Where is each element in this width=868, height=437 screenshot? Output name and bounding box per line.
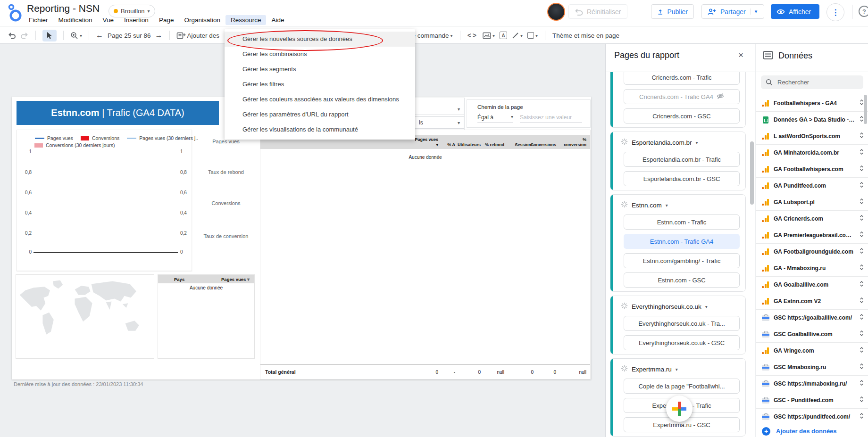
unfold-more-icon[interactable] (859, 247, 864, 256)
page-list-item[interactable]: Cricnerds.com - GSC (624, 108, 740, 124)
data-source-row[interactable]: GA Footballwhispers.com (756, 161, 868, 177)
resource-menu-item[interactable]: Gérer les paramètres d'URL du rapport (225, 107, 415, 122)
page-list-item[interactable]: Copie de la page "Footballwhi... (624, 379, 740, 394)
resource-menu-item[interactable]: Gérer les filtres (225, 77, 415, 92)
menubar-item-vue[interactable]: Vue (98, 15, 119, 25)
geo-map-chart[interactable] (16, 274, 154, 359)
unfold-more-icon[interactable] (859, 181, 864, 190)
unfold-more-icon[interactable] (859, 214, 864, 223)
previous-page-button[interactable]: ← (96, 31, 103, 40)
unfold-more-icon[interactable] (859, 412, 864, 421)
data-source-row[interactable]: GSC https://goalballlive.com/ (756, 309, 868, 326)
unfold-more-icon[interactable] (859, 165, 864, 174)
share-button[interactable]: Partager ▾ (701, 4, 764, 19)
data-source-row[interactable]: GSC Goalballlive.com (756, 326, 868, 342)
overflow-menu-button[interactable]: ⋮ (826, 3, 844, 21)
share-dropdown-caret[interactable]: ▾ (751, 8, 758, 15)
data-source-row[interactable]: GSC - Punditfeed.com (756, 392, 868, 408)
page-list-item[interactable]: Estnn.com - GSC (624, 272, 740, 288)
timeseries-chart[interactable]: Pages vuesConversionsPages vues (30 dern… (17, 130, 192, 271)
data-source-row[interactable]: GA Minhatorcida.com.br (756, 144, 868, 161)
resource-menu-item[interactable]: Gérer les visualisations de la communaut… (225, 122, 415, 137)
data-source-row[interactable]: L astWordOnSports.com (756, 128, 868, 144)
unfold-more-icon[interactable] (859, 346, 864, 355)
data-source-row[interactable]: GSC https://mmaboxing.ru/ (756, 375, 868, 392)
data-source-row[interactable]: GA Lubsport.pl (756, 194, 868, 210)
data-source-row[interactable]: GA Punditfeed.com (756, 177, 868, 194)
menubar-item-insertion[interactable]: Insertion (119, 15, 154, 25)
next-page-button[interactable]: → (155, 31, 163, 40)
menubar-item-ressource[interactable]: Ressource (225, 15, 267, 25)
add-data-button[interactable]: + Ajouter des données (756, 425, 868, 437)
data-source-row[interactable]: GA Cricnerds.com (756, 210, 868, 227)
table-column-header[interactable]: % conversion (560, 135, 590, 149)
unfold-more-icon[interactable] (859, 198, 864, 207)
help-icon[interactable]: ? (859, 6, 868, 17)
page-list-item[interactable]: Estnn.com/gambling/ - Trafic (624, 253, 740, 268)
data-table[interactable]: Pages vues ▾% ΔUtilisateurs% rebondSessi… (260, 130, 591, 379)
data-source-row[interactable]: GA Vringe.com (756, 342, 868, 359)
pages-panel-scrollbar[interactable] (750, 141, 754, 205)
page-list-item[interactable]: Cricnerds.com - Trafic (624, 72, 740, 85)
reset-button[interactable]: Réinitialiser (568, 4, 627, 19)
page-list-item[interactable]: Everythinghorseuk.co.uk - GSC (624, 335, 740, 350)
insert-image-button[interactable]: ▾ (483, 32, 495, 39)
data-source-row[interactable]: GA - Mmaboxing.ru (756, 260, 868, 276)
data-source-row[interactable]: GSC https://punditfeed.com/ (756, 408, 868, 425)
embed-icon[interactable]: <> (467, 32, 478, 39)
table-column-header[interactable]: % rebond (484, 135, 508, 149)
table-column-header[interactable]: Conversions (537, 135, 560, 149)
text-tool-icon[interactable]: A (500, 32, 507, 39)
menubar-item-modification[interactable]: Modification (53, 15, 98, 25)
country-table[interactable]: Pays Pages vues ▾ Aucune donnée (158, 274, 255, 359)
unfold-more-icon[interactable] (859, 396, 864, 405)
unfold-more-icon[interactable] (859, 297, 864, 306)
data-source-row[interactable]: Footballwhispers - GA4 (756, 95, 868, 111)
menubar-item-aide[interactable]: Aide (266, 15, 289, 25)
theme-layout-button[interactable]: Thème et mise en page (552, 32, 619, 39)
data-source-row[interactable]: GA Estnn.com V2 (756, 293, 868, 309)
search-box[interactable] (761, 75, 863, 89)
data-source-row[interactable]: GSC Mmaboxing.ru (756, 359, 868, 375)
resource-menu-item[interactable]: Gérer les couleurs associées aux valeurs… (225, 92, 415, 107)
filter-operator-dropdown[interactable]: Égal à ▾ (477, 114, 513, 123)
avatar[interactable] (547, 3, 565, 21)
menubar-item-fichier[interactable]: Fichier (24, 15, 53, 25)
add-page-button[interactable]: Ajouter des (176, 32, 219, 40)
unfold-more-icon[interactable] (859, 313, 864, 322)
country-table-header[interactable]: Pays Pages vues ▾ (158, 275, 254, 283)
add-fab-button[interactable] (666, 396, 693, 422)
redo-button[interactable] (20, 32, 29, 39)
page-group-header[interactable]: Esportelandia.com.br▾ (621, 137, 739, 148)
menubar-item-page[interactable]: Page (154, 15, 179, 25)
data-source-row[interactable]: GA Premierleaguebrasil.com.br (756, 227, 868, 243)
zoom-tool-button[interactable]: ▾ (70, 32, 82, 40)
data-panel-scrollbar[interactable] (864, 95, 867, 124)
page-group-header[interactable]: Everythinghorseuk.co.uk▾ (621, 301, 739, 312)
report-title[interactable]: Reporting - NSN (27, 3, 100, 14)
table-column-header[interactable]: % Δ (442, 135, 459, 149)
view-button[interactable]: Afficher (771, 4, 819, 19)
looker-studio-logo-icon[interactable] (8, 3, 23, 25)
page-list-item[interactable]: Esportelandia.com.br - Trafic (624, 152, 740, 167)
page-list-item[interactable]: Esportelandia.com.br - GSC (624, 171, 740, 186)
page-list-item[interactable]: Estnn.com - Trafic (624, 214, 740, 230)
page-list-item[interactable]: Everythinghorseuk.co.uk - Tra... (624, 316, 740, 331)
select-tool-button[interactable] (42, 30, 57, 41)
filter-value-input[interactable] (520, 114, 582, 123)
page-title-banner[interactable]: Estnn.com | Trafic (GA4 DATA) (17, 101, 219, 125)
unfold-more-icon[interactable] (859, 264, 864, 273)
unfold-more-icon[interactable] (859, 280, 864, 289)
unfold-more-icon[interactable] (859, 148, 864, 157)
unfold-more-icon[interactable] (859, 330, 864, 339)
data-source-row[interactable]: GA Goalballlive.com (756, 276, 868, 293)
page-group-header[interactable]: Estnn.com▾ (621, 199, 739, 211)
data-source-row[interactable]: Données GA > Data Studio - Feuill... (756, 111, 868, 128)
shape-tool-button[interactable]: ▾ (527, 32, 538, 39)
unfold-more-icon[interactable] (859, 379, 864, 388)
unfold-more-icon[interactable] (859, 231, 864, 240)
table-column-header[interactable]: Pages vues ▾ (412, 135, 442, 149)
unfold-more-icon[interactable] (859, 363, 864, 372)
unfold-more-icon[interactable] (859, 132, 864, 141)
page-group-header[interactable]: Expertmma.ru▾ (621, 363, 739, 375)
